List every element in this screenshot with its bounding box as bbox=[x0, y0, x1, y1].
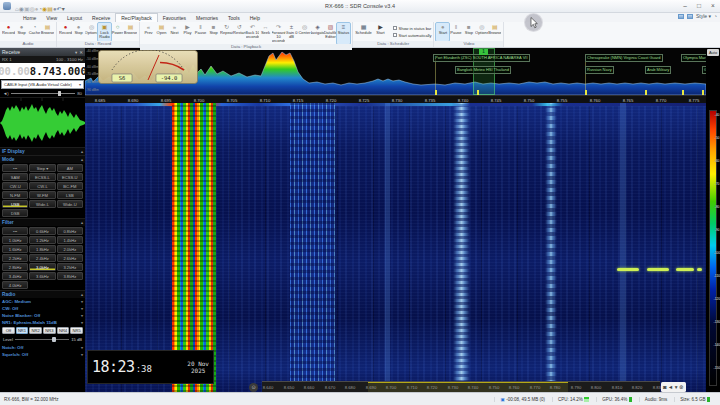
ribbon-button[interactable]: ▤Browse bbox=[488, 23, 501, 41]
layout2-icon[interactable] bbox=[687, 14, 693, 19]
filter-button[interactable]: 3.4kHz bbox=[2, 272, 28, 280]
ribbon-button[interactable]: ■Stop bbox=[207, 23, 220, 44]
scheduler-checkbox[interactable]: Start automatically bbox=[393, 33, 431, 38]
ribbon-button[interactable]: ±Gain 0 dB bbox=[285, 23, 298, 44]
mode-button[interactable]: BC-FM bbox=[57, 182, 83, 190]
filter-button[interactable]: 1.0kHz bbox=[2, 236, 28, 244]
ribbon-button[interactable]: ↔Seek bbox=[259, 23, 272, 44]
ribbon-button[interactable]: ↻Repeat bbox=[220, 23, 233, 44]
help-icon[interactable]: ◔ bbox=[714, 13, 717, 19]
window-control-button[interactable]: × bbox=[706, 0, 720, 12]
ribbon-button[interactable]: ≡Status bbox=[337, 23, 350, 44]
volume-slider-thumb[interactable] bbox=[58, 91, 61, 96]
filter-button[interactable]: 0.6kHz bbox=[29, 227, 55, 235]
radio-setting-row[interactable]: CW: Off▾ bbox=[0, 305, 85, 312]
station-label[interactable]: Bangkok Meteo HSI Thailand bbox=[455, 66, 511, 74]
ribbon-button[interactable]: ‖Pause bbox=[194, 23, 207, 44]
waterfall-display[interactable] bbox=[85, 103, 706, 392]
mode-button[interactable]: N-FM bbox=[2, 191, 28, 199]
level-slider[interactable] bbox=[15, 339, 70, 340]
ribbon-button[interactable]: ◎Center bbox=[298, 23, 311, 44]
ribbon-button[interactable]: ◈Navigator bbox=[311, 23, 324, 44]
mode-button[interactable]: ECSS-U bbox=[57, 173, 83, 181]
filter-button[interactable]: 4.0kHz bbox=[2, 281, 28, 289]
layout-icon[interactable] bbox=[678, 14, 684, 19]
power-icon[interactable]: ⊙ bbox=[249, 383, 258, 392]
station-label[interactable]: Russian Navy bbox=[585, 66, 614, 74]
mode-button[interactable]: W-FM bbox=[29, 191, 55, 199]
checkbox-box[interactable] bbox=[393, 33, 397, 37]
frequency-scale[interactable]: 8.6858.6908.6958.7008.7058.7108.7158.720… bbox=[85, 95, 706, 103]
rx-marker-badge[interactable]: 1 bbox=[479, 49, 488, 55]
ribbon-button[interactable]: ↶Back 10 seconds bbox=[246, 23, 259, 44]
filter-button[interactable]: 1.2kHz bbox=[29, 236, 55, 244]
station-label[interactable]: Port Elizabeth (ZSC) SOUTH AFRICA NAVARE… bbox=[433, 54, 530, 62]
volume-slider[interactable] bbox=[11, 93, 76, 94]
ribbon-button[interactable]: ▤Open bbox=[155, 23, 168, 44]
style-menu[interactable]: Style ▾ bbox=[696, 13, 711, 19]
section-mode[interactable]: Mode ▴ bbox=[0, 155, 85, 163]
checkbox-box[interactable] bbox=[393, 26, 397, 30]
menu-tab[interactable]: Rec/Playback bbox=[115, 13, 158, 23]
frequency-navigation-bar[interactable]: ⊙ 8.6408.6508.6608.6708.6808.6908.7008.7… bbox=[262, 381, 660, 392]
mode-button[interactable]: DSB bbox=[2, 209, 28, 217]
spectrum-display[interactable]: -40 dBm-50 dBm-60 dBm-70 dBm-80 dBm-90 d… bbox=[85, 48, 720, 95]
filter-button[interactable]: 2.8kHz bbox=[2, 263, 28, 271]
auto-range-button[interactable]: Auto bbox=[707, 49, 719, 56]
mode-button[interactable]: Step ▾ bbox=[29, 164, 55, 172]
ribbon-button[interactable]: ●Record bbox=[2, 23, 15, 41]
ribbon-button[interactable]: ↺Restart bbox=[233, 23, 246, 44]
ribbon-button[interactable]: ●Record bbox=[59, 23, 72, 41]
nr-button[interactable]: NR3 bbox=[43, 327, 56, 334]
section-radio[interactable]: Radio ▴ bbox=[0, 290, 85, 298]
mode-button[interactable]: Wide-L bbox=[29, 200, 55, 208]
mode-button[interactable]: SAM bbox=[2, 173, 28, 181]
radio-setting-row[interactable]: AGC: Medium▾ bbox=[0, 298, 85, 305]
mode-button[interactable]: ••• bbox=[2, 164, 28, 172]
ribbon-button[interactable]: ▨Datafile Editor bbox=[324, 23, 337, 44]
filter-button[interactable]: 1.4kHz bbox=[57, 236, 83, 244]
waterfall-toolbar-icon[interactable]: ◙ bbox=[663, 384, 666, 390]
ribbon-button[interactable]: ◔Cache bbox=[28, 23, 41, 41]
radio-setting-row[interactable]: NR1: Ephraim-Malah 15dB▾ bbox=[0, 319, 85, 326]
radio-setting-row[interactable]: Notch: Off▾ bbox=[0, 344, 85, 351]
station-label[interactable]: Arab Military bbox=[645, 66, 671, 74]
filter-button[interactable]: 0.8kHz bbox=[57, 227, 83, 235]
section-if-display[interactable]: IF Display ▴ bbox=[0, 147, 85, 155]
audio-device-select[interactable]: CABLE Input (VB-Audio Virtual Cable) ▾ bbox=[1, 80, 84, 89]
ribbon-button[interactable]: ◎Options bbox=[475, 23, 488, 41]
ribbon-button[interactable]: ●Start bbox=[436, 23, 449, 41]
ribbon-button[interactable]: »Next bbox=[168, 23, 181, 44]
ribbon-button[interactable]: ▣Lock Radio bbox=[98, 23, 111, 41]
window-control-button[interactable]: □ bbox=[692, 0, 706, 12]
mode-button[interactable]: CW-U bbox=[2, 182, 28, 190]
filter-button[interactable]: 1.6kHz bbox=[2, 245, 28, 253]
mode-button[interactable]: AM bbox=[57, 164, 83, 172]
filter-button[interactable]: ••• bbox=[2, 227, 28, 235]
frequency-display[interactable]: 00.008.743.000 bbox=[0, 63, 85, 79]
ribbon-button[interactable]: ‖Pause bbox=[449, 23, 462, 41]
menu-tab[interactable]: Receive bbox=[87, 14, 115, 23]
ribbon-button[interactable]: ■Stop bbox=[462, 23, 475, 41]
nr-button[interactable]: NR4 bbox=[57, 327, 70, 334]
radio-setting-row[interactable]: Noise Blanker: Off▾ bbox=[0, 312, 85, 319]
menu-tab[interactable]: Layout bbox=[62, 14, 87, 23]
mode-button[interactable]: CW-L bbox=[29, 182, 55, 190]
filter-button[interactable]: 1.8kHz bbox=[29, 245, 55, 253]
station-label[interactable]: Chesapeake (NMN) Virginia Coast Guard bbox=[585, 54, 663, 62]
mode-button[interactable]: Wide-U bbox=[57, 200, 83, 208]
menu-tab[interactable]: Favourites bbox=[158, 14, 191, 23]
window-control-button[interactable]: – bbox=[678, 0, 692, 12]
ribbon-button[interactable]: ▤Browse bbox=[41, 23, 54, 41]
qat-icon[interactable]: ▾ bbox=[62, 6, 65, 12]
ribbon-button[interactable]: ○Power bbox=[111, 23, 124, 41]
mode-button[interactable]: LSB bbox=[57, 191, 83, 199]
scheduler-checkbox[interactable]: Show in status bar bbox=[393, 26, 431, 31]
menu-tab[interactable]: Tools bbox=[223, 14, 245, 23]
section-filter[interactable]: Filter ▴ bbox=[0, 218, 85, 226]
filter-button[interactable]: 3.8kHz bbox=[57, 272, 83, 280]
filter-button[interactable]: 3.2kHz bbox=[57, 263, 83, 271]
menu-tab[interactable]: Memories bbox=[191, 14, 223, 23]
radio-setting-row[interactable]: Squelch: Off▾ bbox=[0, 351, 85, 358]
ribbon-button[interactable]: ●Stop bbox=[72, 23, 85, 41]
